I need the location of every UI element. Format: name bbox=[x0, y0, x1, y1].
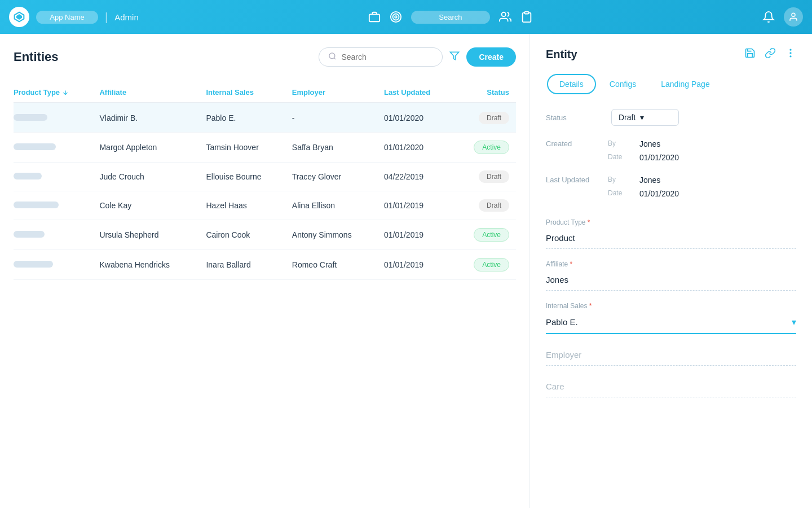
tab-details[interactable]: Details bbox=[547, 74, 596, 94]
internal-sales-label: Internal Sales bbox=[546, 302, 587, 310]
status-badge: Draft bbox=[479, 170, 509, 183]
svg-point-11 bbox=[790, 49, 791, 50]
last-updated-by-row: By Jones bbox=[608, 176, 679, 185]
internal-sales-cell: Pablo E. bbox=[206, 103, 292, 133]
created-details: By Jones Date 01/01/2020 bbox=[608, 139, 679, 167]
last-updated-cell: 01/01/2019 bbox=[384, 250, 458, 280]
product-type-pill bbox=[14, 261, 53, 268]
col-product-type[interactable]: Product Type bbox=[14, 82, 99, 103]
svg-point-6 bbox=[501, 12, 505, 16]
status-badge: Active bbox=[474, 228, 509, 242]
page-title: Entities bbox=[14, 50, 319, 64]
status-badge: Draft bbox=[479, 112, 509, 124]
last-updated-section: Last Updated By Jones Date 01/01/2020 bbox=[546, 176, 796, 203]
save-button[interactable] bbox=[744, 47, 756, 62]
table-row[interactable]: Vladimir B.Pablo E.-01/01/2020Draft bbox=[14, 103, 516, 133]
affiliate-value[interactable]: Jones bbox=[546, 270, 796, 291]
search-input[interactable] bbox=[341, 52, 431, 62]
clipboard-icon[interactable] bbox=[520, 11, 533, 23]
employer-cell: Romeo Craft bbox=[292, 250, 384, 280]
app-name-pill[interactable]: App Name bbox=[36, 11, 98, 24]
table-row[interactable]: Kwabena HendricksInara BallardRomeo Craf… bbox=[14, 250, 516, 280]
bell-icon[interactable] bbox=[762, 11, 775, 23]
svg-point-12 bbox=[790, 52, 791, 54]
product-type-field: Product Type * Product bbox=[546, 218, 796, 249]
created-label: Created bbox=[546, 139, 608, 167]
affiliate-cell: Vladimir B. bbox=[99, 103, 206, 133]
table-row[interactable]: Ursula ShepherdCairon CookAntony Simmons… bbox=[14, 220, 516, 250]
status-badge: Active bbox=[474, 141, 509, 154]
internal-sales-select[interactable]: Pablo E. ▾ bbox=[546, 312, 796, 334]
target-icon[interactable] bbox=[390, 11, 402, 23]
topnav-center: Search bbox=[145, 11, 756, 24]
col-internal-sales[interactable]: Internal Sales bbox=[206, 82, 292, 103]
status-value: Draft bbox=[619, 113, 636, 122]
filter-button[interactable] bbox=[449, 51, 460, 64]
status-badge: Active bbox=[474, 258, 509, 271]
search-bar[interactable] bbox=[319, 47, 443, 67]
created-by-label: By bbox=[608, 139, 630, 148]
employer-field[interactable]: Employer bbox=[546, 345, 796, 366]
svg-point-4 bbox=[392, 14, 399, 20]
user-avatar[interactable] bbox=[784, 7, 803, 27]
create-button[interactable]: Create bbox=[466, 47, 516, 67]
affiliate-label: Affiliate bbox=[546, 260, 568, 268]
internal-sales-cell: Hazel Haas bbox=[206, 191, 292, 220]
product-type-value[interactable]: Product bbox=[546, 229, 796, 249]
svg-point-8 bbox=[792, 13, 795, 16]
last-updated-by-value: Jones bbox=[639, 176, 660, 185]
entity-table: Product Type Affiliate Internal Sales Em… bbox=[14, 82, 516, 280]
status-cell: Active bbox=[458, 133, 516, 163]
employer-cell: Tracey Glover bbox=[292, 163, 384, 191]
employer-placeholder[interactable]: Employer bbox=[546, 345, 796, 366]
col-affiliate[interactable]: Affiliate bbox=[99, 82, 206, 103]
col-status[interactable]: Status bbox=[458, 82, 516, 103]
svg-rect-7 bbox=[524, 12, 528, 14]
product-type-pill bbox=[14, 231, 45, 238]
tab-landing-page[interactable]: Landing Page bbox=[650, 74, 721, 94]
last-updated-label: Last Updated bbox=[546, 176, 608, 203]
product-type-required: * bbox=[588, 218, 590, 226]
internal-sales-cell: Inara Ballard bbox=[206, 250, 292, 280]
affiliate-field: Affiliate * Jones bbox=[546, 260, 796, 291]
internal-sales-cell: Cairon Cook bbox=[206, 220, 292, 250]
internal-sales-required: * bbox=[589, 302, 592, 310]
created-date-value: 01/01/2020 bbox=[639, 153, 679, 162]
svg-marker-10 bbox=[451, 52, 459, 60]
affiliate-cell: Ursula Shepherd bbox=[99, 220, 206, 250]
link-icon[interactable] bbox=[765, 47, 776, 62]
more-vertical-icon[interactable] bbox=[785, 47, 796, 62]
nav-divider: | bbox=[105, 11, 108, 24]
svg-point-9 bbox=[329, 53, 335, 59]
last-updated-details: By Jones Date 01/01/2020 bbox=[608, 176, 679, 203]
affiliate-cell: Kwabena Hendricks bbox=[99, 250, 206, 280]
last-updated-cell: 04/22/2019 bbox=[384, 163, 458, 191]
topnav: App Name | Admin Search bbox=[0, 0, 812, 34]
internal-sales-field: Internal Sales * Pablo E. ▾ bbox=[546, 302, 796, 334]
internal-sales-cell: Ellouise Bourne bbox=[206, 163, 292, 191]
col-employer[interactable]: Employer bbox=[292, 82, 384, 103]
product-type-label: Product Type bbox=[546, 218, 586, 226]
app-logo[interactable] bbox=[9, 7, 29, 27]
briefcase-icon[interactable] bbox=[368, 11, 381, 23]
affiliate-cell: Cole Kay bbox=[99, 191, 206, 220]
col-last-updated[interactable]: Last Updated bbox=[384, 82, 458, 103]
last-updated-date-row: Date 01/01/2020 bbox=[608, 189, 679, 198]
created-date-row: Date 01/01/2020 bbox=[608, 153, 679, 162]
care-placeholder[interactable]: Care bbox=[546, 377, 796, 397]
right-panel-header: Entity bbox=[546, 47, 796, 62]
table-row[interactable]: Jude CrouchEllouise BourneTracey Glover0… bbox=[14, 163, 516, 191]
care-field[interactable]: Care bbox=[546, 377, 796, 397]
entity-title: Entity bbox=[546, 48, 744, 61]
status-select[interactable]: Draft ▾ bbox=[611, 109, 679, 126]
table-row[interactable]: Margot AppletonTamsin HooverSaffa Bryan0… bbox=[14, 133, 516, 163]
last-updated-by-label: By bbox=[608, 176, 630, 185]
employer-cell: Alina Ellison bbox=[292, 191, 384, 220]
internal-sales-cell: Tamsin Hoover bbox=[206, 133, 292, 163]
table-row[interactable]: Cole KayHazel HaasAlina Ellison01/01/201… bbox=[14, 191, 516, 220]
internal-sales-value: Pablo E. bbox=[546, 317, 578, 327]
users-icon[interactable] bbox=[499, 11, 511, 23]
tab-configs[interactable]: Configs bbox=[598, 74, 647, 94]
affiliate-required: * bbox=[570, 260, 572, 268]
topnav-search-pill[interactable]: Search bbox=[411, 11, 490, 24]
